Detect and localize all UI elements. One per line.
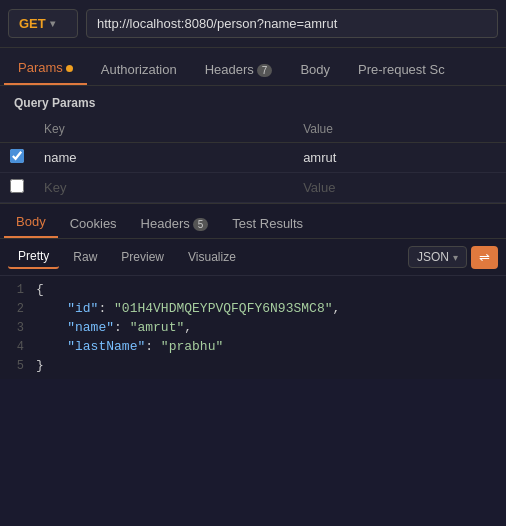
tab-authorization[interactable]: Authorization [87,54,191,85]
tab-test-results[interactable]: Test Results [220,209,315,238]
json-line-4: 4 "lastName": "prabhu" [0,337,506,356]
bottom-tab-bar: Body Cookies Headers5 Test Results [0,203,506,239]
method-button[interactable]: GET ▾ [8,9,78,38]
tab-headers[interactable]: Headers7 [191,54,287,85]
checkbox-header [0,116,34,143]
response-headers-badge: 5 [193,218,209,231]
json-line-3: 3 "name": "amrut", [0,318,506,337]
json-view: 1 { 2 "id": "01H4VHDMQEYPVQFQFY6N93SMC8"… [0,276,506,379]
json-key-name: "name" [67,320,114,335]
line-number-2: 2 [0,302,36,316]
value-cell-1: amrut [293,143,506,173]
url-input[interactable] [86,9,498,38]
tab-body[interactable]: Body [286,54,344,85]
method-label: GET [19,16,46,31]
format-preview-button[interactable]: Preview [111,246,174,268]
row-checkbox-1[interactable] [10,149,24,163]
table-row: name amrut [0,143,506,173]
format-type-dropdown[interactable]: JSON ▾ [408,246,467,268]
json-open-brace: { [36,282,44,297]
query-params-title: Query Params [0,86,506,116]
tab-prerequest[interactable]: Pre-request Sc [344,54,459,85]
format-bar: Pretty Raw Preview Visualize JSON ▾ ⇌ [0,239,506,276]
params-dot [66,65,73,72]
json-value-name: "amrut" [130,320,185,335]
line-number-1: 1 [0,283,36,297]
format-visualize-button[interactable]: Visualize [178,246,246,268]
json-key-lastname: "lastName" [67,339,145,354]
tab-params[interactable]: Params [4,52,87,85]
format-pretty-button[interactable]: Pretty [8,245,59,269]
tab-bar: Params Authorization Headers7 Body Pre-r… [0,48,506,86]
json-line-1: 1 { [0,280,506,299]
line-number-4: 4 [0,340,36,354]
format-type-label: JSON [417,250,449,264]
dropdown-chevron-icon: ▾ [453,252,458,263]
table-row: Key Value [0,173,506,203]
tab-response-headers[interactable]: Headers5 [129,209,221,238]
tab-cookies[interactable]: Cookies [58,209,129,238]
wrap-icon: ⇌ [479,250,490,265]
line-number-3: 3 [0,321,36,335]
json-value-id: "01H4VHDMQEYPVQFQFY6N93SMC8" [114,301,332,316]
row-checkbox-2[interactable] [10,179,24,193]
json-key-id: "id" [67,301,98,316]
value-placeholder: Value [303,180,335,195]
json-value-lastname: "prabhu" [161,339,223,354]
wrap-button[interactable]: ⇌ [471,246,498,269]
json-line-2: 2 "id": "01H4VHDMQEYPVQFQFY6N93SMC8", [0,299,506,318]
line-number-5: 5 [0,359,36,373]
tab-response-body[interactable]: Body [4,207,58,238]
key-cell-1: name [34,143,293,173]
params-table: Key Value name amrut Key Value [0,116,506,203]
value-column-header: Value [293,116,506,143]
json-close-brace: } [36,358,44,373]
method-chevron-icon: ▾ [50,18,55,29]
key-placeholder: Key [44,180,66,195]
json-line-5: 5 } [0,356,506,375]
headers-badge: 7 [257,64,273,77]
top-bar: GET ▾ [0,0,506,48]
key-column-header: Key [34,116,293,143]
format-raw-button[interactable]: Raw [63,246,107,268]
